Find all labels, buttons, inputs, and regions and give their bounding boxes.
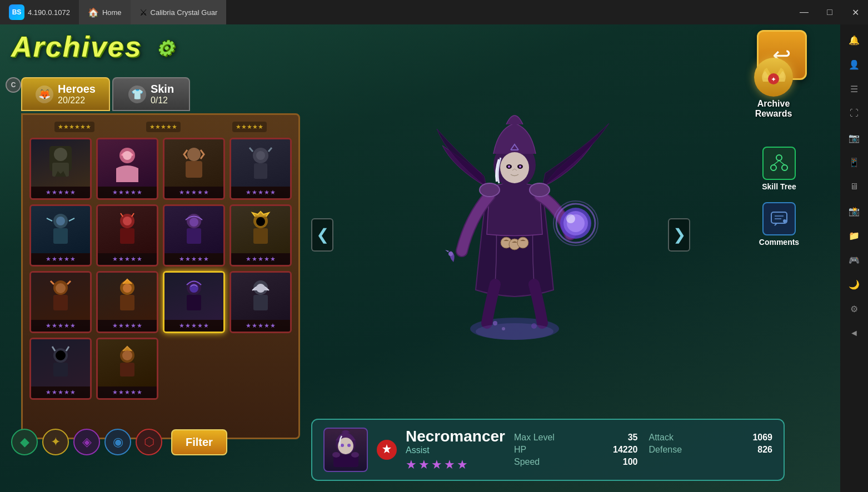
comments-button[interactable]: Comments (751, 202, 807, 247)
heroes-tab-info: Heroes 20/222 (58, 83, 96, 106)
svg-point-72 (531, 323, 537, 329)
svg-point-36 (56, 350, 66, 360)
prev-hero-button[interactable]: ❮ (311, 218, 333, 252)
hero-portrait-11 (164, 273, 223, 320)
defense-stat: Defense 826 (648, 445, 772, 455)
hero-stars-14: ★★★★★ (98, 386, 157, 398)
hero-stars-1: ★★★★★ (31, 187, 90, 198)
close-button[interactable]: ✕ (842, 0, 868, 24)
bluestacks-tab[interactable]: BS 4.190.0.1072 (0, 0, 79, 24)
folder-button[interactable]: 📁 (843, 224, 865, 247)
next-hero-button[interactable]: ❯ (668, 218, 690, 252)
hero-card-10[interactable]: ★★★★★ (96, 271, 158, 333)
fullscreen-button[interactable]: ⛶ (843, 102, 865, 124)
skill-tree-icon (762, 147, 796, 180)
game-tab[interactable]: ⚔ Calibria Crystal Guar (131, 0, 227, 24)
hero-info-stars: ★ ★ ★ ★ ★ (406, 458, 505, 472)
back-sidebar-button[interactable]: ◄ (843, 322, 865, 344)
hero-card-1[interactable]: ★★★★★ (29, 138, 92, 200)
svg-point-27 (123, 284, 132, 293)
svg-rect-35 (53, 363, 68, 376)
account-button[interactable]: 👤 (843, 53, 865, 76)
svg-line-46 (779, 160, 785, 165)
hero-stats: Max Level 35 Attack 1069 HP 14220 Defens… (514, 433, 772, 467)
hero-stars-7: ★★★★★ (164, 253, 223, 265)
hp-label: HP (514, 445, 526, 455)
notification-button[interactable]: 🔔 (843, 29, 865, 51)
skill-tree-button[interactable]: Skill Tree (751, 147, 807, 191)
svg-point-59 (566, 214, 575, 223)
hero-card-4[interactable]: ★★★★★ (230, 138, 292, 200)
svg-rect-23 (53, 295, 68, 310)
skin-tab-count: 0/12 (151, 96, 174, 106)
filter-purple-icon[interactable]: ◈ (73, 429, 100, 455)
star-filter-5b[interactable]: ★★★★★ (232, 122, 267, 132)
svg-point-62 (500, 152, 529, 183)
hero-card-2[interactable]: ★★★★★ (96, 138, 158, 200)
bluestacks-version: 4.190.0.1072 (28, 8, 70, 17)
hero-grid-container: ★★★★★★ ★★★★★ ★★★★★ ★★★★★ (21, 113, 300, 439)
archive-rewards-button[interactable]: ✦ ArchiveRewards (740, 58, 807, 119)
hero-card-12[interactable]: ★★★★★ (230, 271, 292, 333)
filter-button[interactable]: Filter (171, 429, 227, 455)
right-sidebar: 🔔 👤 ☰ ⛶ 📷 📱 🖥 📸 📁 🎮 🌙 ⚙ ◄ (840, 24, 868, 492)
maximize-button[interactable]: □ (817, 0, 842, 24)
hero-portrait-12 (231, 273, 290, 320)
game-tab-icon: ⚔ (139, 7, 147, 18)
hero-card-13[interactable]: ★★★★★ (29, 338, 92, 400)
game-area: Archives ⚙ ↩ C 🦊 Heroes 20/222 👕 Skin 0/… (0, 24, 840, 492)
gamepad-button[interactable]: 🎮 (843, 249, 865, 271)
filter-red-icon[interactable]: ⬡ (136, 429, 162, 455)
hp-stat: HP 14220 (514, 445, 638, 455)
home-tab-label: Home (102, 8, 122, 17)
hero-card-6[interactable]: ★★★★★ (96, 204, 158, 267)
hero-card-14[interactable]: ★★★★★ (96, 338, 158, 400)
camera-button[interactable]: 📷 (843, 127, 865, 149)
svg-point-73 (502, 327, 505, 330)
phone-button[interactable]: 📱 (843, 151, 865, 173)
hero-portrait-4 (231, 139, 290, 187)
skill-tree-label: Skill Tree (751, 182, 807, 191)
game-tab-label: Calibria Crystal Guar (151, 8, 218, 17)
star-filter-6[interactable]: ★★★★★★ (54, 122, 94, 132)
svg-point-66 (519, 165, 521, 168)
svg-point-1 (54, 148, 67, 161)
window-controls: — □ ✕ (791, 0, 868, 24)
hero-card-8[interactable]: ★★★★★ (230, 204, 292, 267)
defense-value: 826 (757, 445, 772, 455)
heroes-tab-label: Heroes (58, 83, 96, 96)
home-tab[interactable]: 🏠 Home (79, 0, 131, 24)
max-level-stat: Max Level 35 (514, 433, 638, 443)
hero-card-9[interactable]: ★★★★★ (29, 271, 92, 333)
defense-label: Defense (648, 445, 682, 455)
filter-blue-icon[interactable]: ◉ (104, 429, 131, 455)
svg-point-70 (476, 323, 553, 340)
svg-point-15 (123, 217, 132, 225)
tabs-row: 🦊 Heroes 20/222 👕 Skin 0/12 (21, 77, 300, 111)
menu-button[interactable]: ☰ (843, 78, 865, 100)
filter-yellow-icon[interactable]: ✦ (42, 429, 69, 455)
minimize-button[interactable]: — (791, 0, 817, 24)
display-button[interactable]: 🖥 (843, 175, 865, 198)
hero-card-7[interactable]: ★★★★★ (163, 204, 225, 267)
night-button[interactable]: 🌙 (843, 273, 865, 295)
heroes-tab[interactable]: 🦊 Heroes 20/222 (21, 77, 110, 111)
screenshot-button[interactable]: 📸 (843, 200, 865, 222)
hero-info-portrait (323, 428, 368, 472)
hero-portrait-14 (98, 339, 157, 386)
max-level-label: Max Level (514, 433, 555, 443)
hero-card-3[interactable]: ★★★★★ (163, 138, 225, 200)
hero-role-icon (377, 440, 397, 460)
star-filter-5[interactable]: ★★★★★ (146, 122, 181, 132)
svg-point-80 (351, 452, 359, 458)
hero-card-5[interactable]: ★★★★★ (29, 204, 92, 267)
filter-green-icon[interactable]: ◆ (11, 429, 38, 455)
hero-portrait-6 (98, 206, 157, 253)
comments-label: Comments (751, 238, 807, 247)
hero-card-11[interactable]: ★★★★★ (163, 271, 225, 333)
skin-tab[interactable]: 👕 Skin 0/12 (112, 77, 190, 111)
svg-point-21 (256, 217, 265, 226)
hero-stars-8: ★★★★★ (231, 253, 290, 265)
settings-button[interactable]: ⚙ (843, 298, 865, 320)
hero-stars-9: ★★★★★ (31, 320, 90, 332)
